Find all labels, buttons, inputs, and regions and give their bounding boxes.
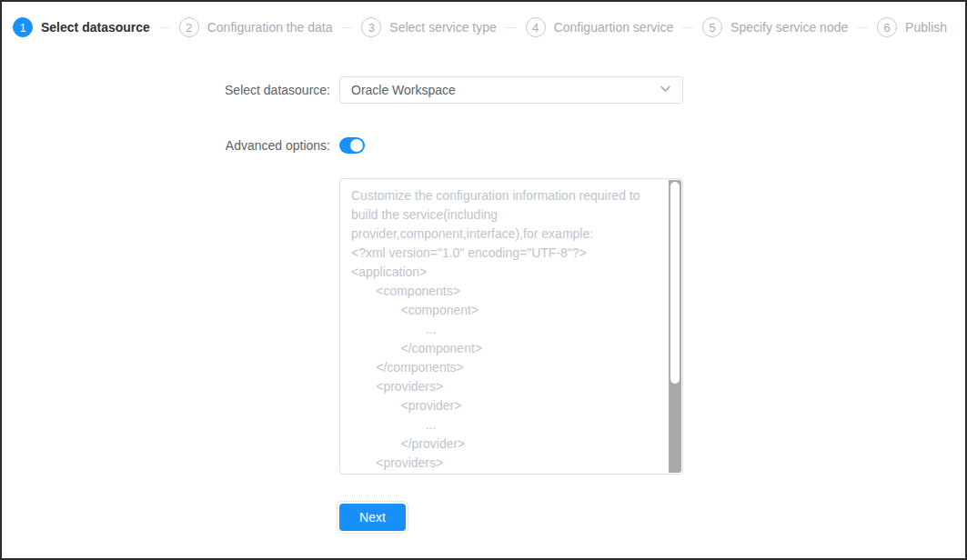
- datasource-row: Select datasource: Oracle Workspace: [2, 76, 965, 104]
- step-publish: 6 Publish: [877, 17, 947, 37]
- step-6-badge: 6: [877, 17, 897, 37]
- step-3-label: Select service type: [389, 20, 497, 35]
- step-2-label: Configuration the data: [207, 20, 333, 35]
- step-5-label: Specify service node: [730, 20, 848, 35]
- step-4-label: Configuartion service: [554, 20, 674, 35]
- step-3-badge: 3: [361, 17, 381, 37]
- wizard-page: 1 Select datasource 2 Configuration the …: [2, 2, 965, 558]
- step-connector: [857, 27, 868, 28]
- datasource-select[interactable]: Oracle Workspace: [339, 76, 683, 104]
- step-configuration-service: 4 Configuartion service: [526, 17, 674, 37]
- advanced-options-toggle[interactable]: [339, 137, 365, 154]
- chevron-down-icon: [660, 82, 671, 98]
- step-select-datasource: 1 Select datasource: [13, 17, 150, 37]
- stepper: 1 Select datasource 2 Configuration the …: [13, 17, 947, 37]
- textarea-scrollbar-thumb[interactable]: [670, 182, 680, 384]
- datasource-label: Select datasource:: [2, 83, 330, 97]
- step-connector: [341, 27, 352, 28]
- datasource-selected-value: Oracle Workspace: [351, 83, 660, 97]
- config-textarea-placeholder: Customize the configuration information …: [340, 179, 682, 474]
- step-connector: [159, 27, 170, 28]
- next-button-focus-ring: Next: [337, 501, 408, 534]
- config-textarea[interactable]: Customize the configuration information …: [339, 178, 683, 475]
- step-select-service-type: 3 Select service type: [361, 17, 497, 37]
- textarea-scrollbar-track[interactable]: [669, 180, 681, 473]
- step-2-badge: 2: [179, 17, 199, 37]
- step-1-label: Select datasource: [41, 20, 150, 35]
- advanced-options-row: Advanced options:: [2, 133, 965, 158]
- next-button[interactable]: Next: [339, 504, 406, 531]
- step-connector: [506, 27, 517, 28]
- step-1-badge: 1: [13, 17, 33, 37]
- advanced-options-label: Advanced options:: [2, 138, 330, 153]
- step-connector: [682, 27, 693, 28]
- step-specify-service-node: 5 Specify service node: [702, 17, 848, 37]
- step-6-label: Publish: [905, 20, 947, 35]
- step-5-badge: 5: [702, 17, 722, 37]
- toggle-knob: [350, 139, 363, 152]
- step-configuration-the-data: 2 Configuration the data: [179, 17, 333, 37]
- step-4-badge: 4: [526, 17, 546, 37]
